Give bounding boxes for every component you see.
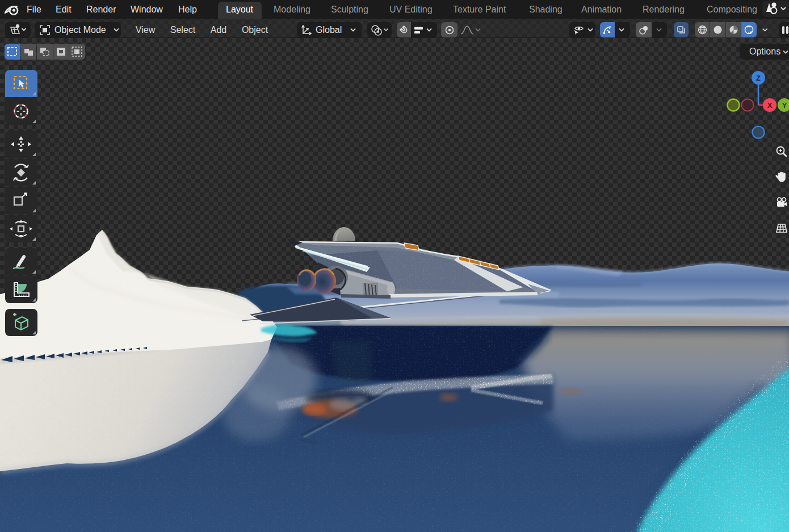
svg-text:Z: Z [756, 74, 761, 82]
svg-text:Y: Y [782, 101, 787, 110]
svg-text:X: X [767, 101, 773, 110]
